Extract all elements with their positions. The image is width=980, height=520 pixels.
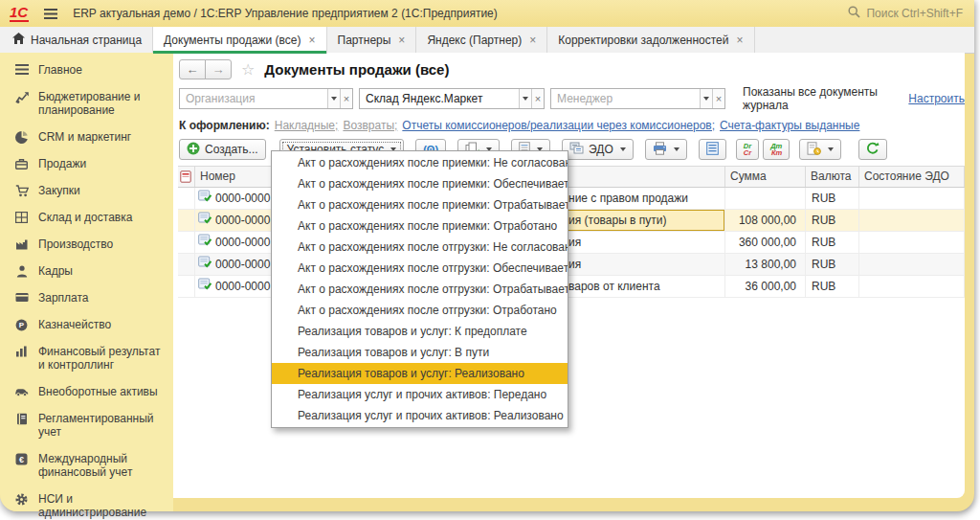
sidebar-item-10[interactable]: PКазначейство [0,311,173,338]
row-state-cell [178,232,195,254]
document-check-icon [198,232,212,253]
row-currency-cell: RUB [806,276,859,298]
sidebar-item-label: НСИ и администрирование [38,492,167,519]
status-menu-item[interactable]: Акт о расхождениях после отгрузки: Не со… [272,237,568,258]
row-number-cell: 0000-0000 [195,232,272,254]
tab-home[interactable]: Начальная страница [0,27,153,53]
tab-close-icon[interactable]: × [309,34,316,47]
document-state-icon[interactable] [178,167,195,187]
chevron-down-icon[interactable] [519,89,531,108]
sidebar-item-13[interactable]: Регламентированный учет [0,405,173,445]
row-state-cell [178,254,195,276]
refresh-button[interactable] [858,139,887,160]
sidebar-item-label: Казначейство [38,318,111,331]
search-icon [848,6,860,21]
sidebar-item-11[interactable]: Финансовый результат и контроллинг [0,338,173,378]
tab-3[interactable]: Яндекс (Партнер)× [416,27,547,53]
status-menu-item[interactable]: Акт о расхождениях после приемки: Отраба… [272,194,568,215]
process-link[interactable]: Возвраты; [343,119,397,132]
global-search[interactable]: Поиск Ctrl+Shift+F [848,6,963,21]
status-menu-item[interactable]: Акт о расхождениях после приемки: Обеспе… [272,173,568,194]
edo-button[interactable]: ЭДО [562,139,634,160]
sidebar-item-5[interactable]: Закупки [0,177,173,204]
sidebar: ГлавноеБюджетирование и планированиеCRM … [0,53,173,511]
configure-link[interactable]: Настроить [908,92,965,105]
sidebar-item-8[interactable]: Кадры [0,258,173,284]
column-header-currency[interactable]: Валюта [806,167,859,187]
sidebar-item-14[interactable]: €Международный финансовый учет [0,445,173,486]
filter-row: × × × Показаны все документы журнала Нас… [179,85,965,112]
tab-4[interactable]: Корректировки задолженностей× [547,27,754,53]
sidebar-item-6[interactable]: Склад и доставка [0,204,173,231]
sidebar-item-label: Кадры [38,264,73,278]
column-header-sum[interactable]: Сумма [725,167,806,187]
status-menu-item[interactable]: Акт о расхождениях после отгрузки: Обесп… [272,258,568,279]
dr-cr-icon: DrCr [744,143,751,156]
sidebar-item-1[interactable]: Главное [0,57,173,83]
row-sum-cell: 360 000,00 [725,232,806,254]
tab-2[interactable]: Партнеры× [327,27,417,53]
list-report-icon [706,142,719,158]
tab-close-icon[interactable]: × [529,34,536,47]
clear-icon[interactable]: × [340,89,352,108]
dt-kt-icon: ДтКт [770,143,782,156]
manager-filter[interactable]: × [550,88,725,109]
tab-1[interactable]: Документы продажи (все)× [153,27,326,54]
status-menu-item[interactable]: Акт о расхождениях после приемки: Отрабо… [272,215,568,237]
process-link[interactable]: Отчеты комиссионеров/реализации через ко… [402,119,715,132]
favorite-star-icon[interactable]: ☆ [241,60,255,79]
status-menu-item[interactable]: Акт о расхождениях после отгрузки: Отраб… [272,300,568,321]
chevron-down-icon[interactable] [327,89,340,108]
process-link[interactable]: Счета-фактуры выданные [720,119,859,132]
column-header-number[interactable]: Номер [195,167,272,187]
status-menu-item[interactable]: Реализация услуг и прочих активов: Перед… [272,384,568,405]
sidebar-item-12[interactable]: Внеоборотные активы [0,378,173,405]
status-menu-item[interactable]: Реализация товаров и услуг: Реализовано [272,363,568,384]
forward-button[interactable]: → [205,59,232,79]
sidebar-item-9[interactable]: Зарплата [0,284,173,311]
create-button[interactable]: Создать... [179,139,266,160]
document-clock-icon [807,142,821,158]
page-title: Документы продажи (все) [264,61,449,78]
sidebar-item-label: Главное [38,63,82,77]
column-header-edo[interactable]: Состояние ЭДО [859,167,965,187]
status-menu-item[interactable]: Реализация товаров и услуг: К предоплате [272,321,568,342]
status-menu-item[interactable]: Акт о расхождениях после приемки: Не сог… [272,152,568,173]
sidebar-item-2[interactable]: Бюджетирование и планирование [0,83,173,124]
warehouse-input[interactable] [360,89,519,108]
status-menu-item[interactable]: Реализация услуг и прочих активов: Реали… [272,405,568,426]
hr-icon [14,265,29,278]
sidebar-item-7[interactable]: Производство [0,231,173,258]
organization-input[interactable] [180,89,327,108]
back-button[interactable]: ← [179,59,206,79]
sidebar-item-label: Склад и доставка [38,211,132,224]
tab-close-icon[interactable]: × [737,34,744,47]
sidebar-item-3[interactable]: CRM и маркетинг [0,124,173,150]
clear-icon[interactable]: × [712,89,724,108]
organization-filter[interactable]: × [179,88,353,109]
process-link[interactable]: Накладные; [275,119,339,132]
warehouse-filter[interactable]: × [359,88,545,109]
tab-close-icon[interactable]: × [398,34,405,47]
status-menu-item[interactable]: Реализация товаров и услуг: В пути [272,342,568,363]
row-number: 0000-0000 [215,254,270,275]
row-number-cell: 0000-0000 [195,276,272,298]
sidebar-item-4[interactable]: Продажи [0,150,173,177]
register-records-button[interactable] [699,139,726,160]
row-sum-cell [725,188,806,210]
status-menu-item[interactable]: Акт о расхождениях после отгрузки: Отраб… [272,279,568,300]
document-history-button[interactable] [799,139,841,160]
sidebar-item-label: Бюджетирование и планирование [38,90,167,117]
row-currency-cell: RUB [806,188,859,210]
row-edo-cell [859,232,965,254]
sidebar-item-label: Внеоборотные активы [38,385,158,398]
dr-cr-button[interactable]: DrCr [736,139,759,160]
clear-icon[interactable]: × [531,89,544,108]
main-menu-icon[interactable] [44,9,57,19]
print-button[interactable] [645,139,687,160]
dt-kt-button[interactable]: ДтКт [763,139,790,160]
sidebar-item-15[interactable]: НСИ и администрирование [0,486,173,520]
row-number-cell: 0000-0000 [195,210,272,232]
manager-input[interactable] [551,89,700,108]
chevron-down-icon[interactable] [700,89,712,108]
